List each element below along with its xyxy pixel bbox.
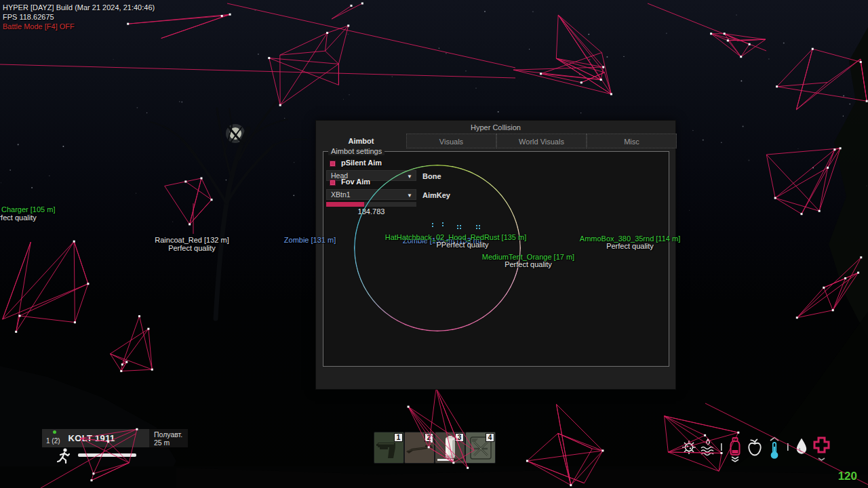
aimkey-dropdown-value: XBtn1 (331, 190, 351, 199)
temperature-icon (766, 434, 783, 464)
tree-silhouette (151, 102, 307, 319)
forest-silhouette (829, 27, 868, 339)
blood-drop-icon (793, 434, 810, 461)
esp-quality-charger: Perfect quality (0, 214, 37, 222)
ping-value: 120 (838, 470, 857, 483)
apple-icon (745, 434, 764, 461)
moon-glow (226, 124, 245, 143)
aimbot-settings-group: Aimbot settings pSilent Aim Head ▼ Bone … (323, 151, 669, 367)
zeroing-distance: 25 m (154, 439, 188, 447)
esp-label-raincoat: Raincoat_Red [132 m] (155, 237, 229, 244)
item-quantity-bar (437, 459, 463, 461)
ground (0, 466, 868, 488)
weapon-hud: 1 (2) KOLT 1911 Полуавт. 25 m (42, 429, 188, 447)
divider (718, 434, 725, 461)
ground-silhouette (0, 366, 176, 488)
status-icon-bar (679, 434, 833, 464)
psilent-aim-label: pSilent Aim (341, 159, 382, 167)
esp-quality-raincoat: Perfect quality (168, 245, 216, 252)
weapon-info: 1 (2) KOLT 1911 (42, 429, 149, 447)
aimkey-dropdown[interactable]: XBtn1 ▼ (326, 189, 416, 200)
fire-mode-panel: Полуавт. 25 m (149, 429, 188, 447)
chevron-down-icon: ▼ (407, 172, 412, 182)
virus-icon (680, 434, 698, 461)
tab-misc[interactable]: Misc (587, 134, 677, 148)
hotbar-slot-pistol[interactable]: 1 (374, 432, 404, 464)
fov-aim-label: Fov Aim (341, 178, 370, 186)
ground (176, 468, 868, 488)
chambered-round-indicator (53, 430, 56, 434)
game-scene: HYPER [DAYZ] Build (Mar 21 2024, 21:40:4… (0, 0, 868, 488)
tab-visuals[interactable]: Visuals (406, 134, 496, 148)
hotbar-slot-water-bottle[interactable]: 3 (435, 432, 465, 464)
group-title: Aimbot settings (328, 147, 384, 155)
stamina-bar (78, 453, 136, 457)
moon (229, 127, 241, 140)
slot-number: 2 (425, 433, 433, 442)
battle-mode-status: Battle Mode [F4] OFF (3, 22, 155, 31)
cheat-menu-window: Hyper Collision Aimbot Visuals World Vis… (315, 120, 676, 390)
bone-dropdown[interactable]: Head ▼ (326, 170, 416, 181)
hotbar-slot-jerrycan[interactable]: 4 (465, 432, 496, 464)
fov-slider[interactable] (326, 202, 416, 207)
aimkey-label: AimKey (422, 191, 450, 199)
fov-slider-value: 184.783 (326, 207, 416, 216)
fov-slider-fill (326, 202, 364, 207)
health-cross-icon (812, 434, 832, 464)
fps-counter: FPS 118.62675 (3, 12, 155, 22)
tab-world-visuals[interactable]: World Visuals (496, 134, 587, 148)
window-title: Hyper Collision (316, 121, 675, 134)
ammo-count: 1 (2) (46, 437, 60, 445)
fire-mode: Полуавт. (154, 430, 188, 439)
thirst-bottle-icon (726, 434, 744, 464)
wetness-icon (699, 434, 717, 461)
slot-number: 3 (455, 433, 464, 442)
runner-icon (57, 447, 71, 465)
bone-label: Bone (422, 172, 441, 180)
hotbar-slot-rifle[interactable]: 2 (404, 432, 435, 464)
cheat-info-overlay: HYPER [DAYZ] Build (Mar 21 2024, 21:40:4… (3, 3, 155, 31)
chevron-down-icon: ▼ (407, 191, 412, 201)
esp-label-charger: Charger [105 m] (1, 206, 55, 214)
divider (785, 434, 791, 461)
hotbar: 1 2 3 (374, 432, 496, 464)
slot-number: 1 (394, 433, 403, 442)
slot-number: 4 (486, 433, 494, 442)
build-info: HYPER [DAYZ] Build (Mar 21 2024, 21:40:4… (3, 3, 155, 12)
fov-aim-checkbox[interactable] (330, 180, 336, 186)
psilent-aim-checkbox[interactable] (330, 161, 336, 167)
tab-aimbot[interactable]: Aimbot (316, 134, 406, 148)
weapon-name: KOLT 1911 (68, 433, 115, 443)
